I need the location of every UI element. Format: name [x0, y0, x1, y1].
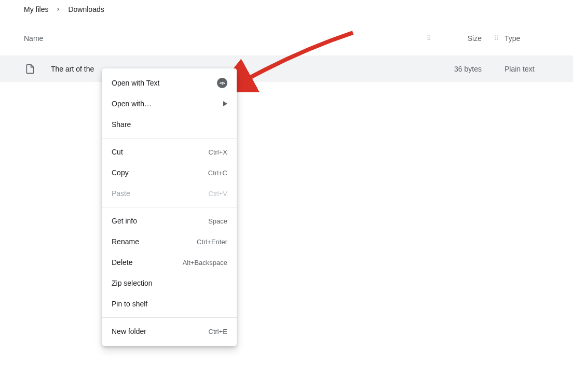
menu-item-copy[interactable]: Copy Ctrl+C [102, 162, 237, 183]
menu-shortcut: Ctrl+E [209, 328, 227, 335]
menu-label: New folder [112, 327, 146, 335]
menu-shortcut: Ctrl+V [209, 190, 227, 198]
menu-item-share[interactable]: Share [102, 114, 237, 135]
menu-shortcut: Alt+Backspace [183, 259, 227, 267]
menu-label: Zip selection [112, 279, 153, 287]
file-type: Plain text [504, 65, 549, 73]
menu-item-rename[interactable]: Rename Ctrl+Enter [102, 231, 237, 252]
menu-item-new-folder[interactable]: New folder Ctrl+E [102, 321, 237, 342]
menu-label: Pin to shelf [112, 300, 147, 308]
text-app-icon: <t> [217, 78, 227, 88]
breadcrumb-root[interactable]: My files [24, 5, 48, 13]
chevron-right-icon [223, 101, 227, 106]
menu-label: Delete [112, 258, 132, 267]
menu-shortcut: Ctrl+Enter [197, 238, 227, 246]
chevron-right-icon [56, 7, 61, 12]
file-size: 36 bytes [447, 65, 504, 73]
menu-item-delete[interactable]: Delete Alt+Backspace [102, 252, 237, 273]
menu-item-pin[interactable]: Pin to shelf [102, 293, 237, 314]
context-menu: Open with Text <t> Open with… Share Cut … [102, 68, 237, 346]
menu-label: Paste [112, 189, 130, 198]
menu-separator [102, 207, 237, 207]
menu-label: Get info [112, 217, 137, 225]
column-header-type[interactable]: Type [504, 34, 549, 43]
menu-item-zip[interactable]: Zip selection [102, 273, 237, 293]
menu-shortcut: Ctrl+C [208, 169, 227, 177]
table-row[interactable]: The art of the 36 bytes Plain text [0, 55, 573, 82]
menu-item-get-info[interactable]: Get info Space [102, 211, 237, 231]
menu-shortcut: Space [208, 217, 227, 225]
svg-marker-1 [223, 101, 227, 106]
menu-separator [102, 317, 237, 318]
menu-label: Cut [112, 148, 123, 156]
drag-handle-icon[interactable]: ⠿ [427, 37, 432, 40]
menu-label: Rename [112, 237, 139, 246]
menu-label: Copy [112, 169, 129, 177]
table-header: Name ⠿ Size ⠿ Type [0, 21, 573, 55]
column-header-size[interactable]: Size [437, 34, 494, 43]
menu-label: Open with Text [112, 79, 159, 87]
file-icon [24, 63, 36, 75]
menu-item-cut[interactable]: Cut Ctrl+X [102, 142, 237, 162]
menu-separator [102, 138, 237, 138]
column-header-name[interactable]: Name [24, 34, 427, 43]
drag-handle-icon[interactable]: ⠿ [494, 37, 499, 40]
menu-shortcut: Ctrl+X [209, 148, 227, 156]
menu-item-open-with-text[interactable]: Open with Text <t> [102, 73, 237, 93]
menu-item-paste: Paste Ctrl+V [102, 183, 237, 204]
menu-label: Open with… [112, 100, 152, 108]
menu-item-open-with[interactable]: Open with… [102, 93, 237, 114]
breadcrumb: My files Downloads [0, 0, 573, 21]
breadcrumb-current[interactable]: Downloads [68, 5, 104, 13]
menu-label: Share [112, 120, 131, 129]
